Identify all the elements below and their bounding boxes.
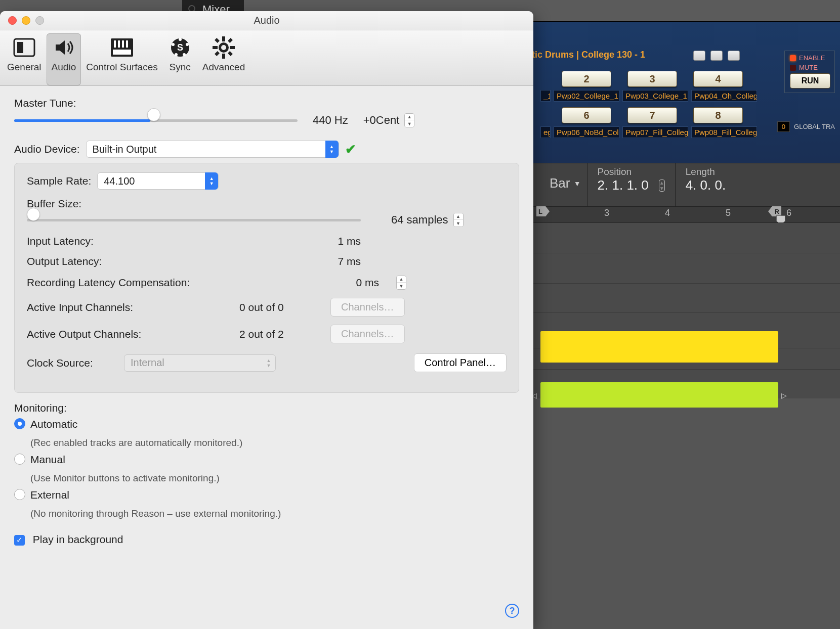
sample-rate-select[interactable]: 44.100 ▲▼	[97, 172, 219, 190]
audio-device-label: Audio Device:	[14, 143, 80, 155]
input-channels-button: Channels…	[330, 298, 405, 317]
run-button[interactable]: RUN	[790, 73, 830, 88]
timeline-ruler[interactable]: 3 4 5 6	[529, 206, 840, 222]
master-tune-label: Master Tune:	[14, 97, 513, 109]
radio-automatic-label[interactable]: Automatic	[30, 418, 77, 430]
buffer-size-value: 64 samples	[391, 213, 448, 227]
radio-automatic[interactable]	[14, 418, 25, 429]
pad-label: Pwp06_NoBd_Coll	[554, 126, 619, 138]
browse-patch-icon[interactable]	[710, 51, 723, 61]
transport-header: Bar ▼ Position 2. 1. 1. 0▲▼ Length 4. 0.…	[529, 163, 840, 206]
rec-latency-stepper[interactable]: ▲▼	[396, 276, 406, 290]
track-row[interactable]	[529, 253, 840, 283]
pad-6[interactable]: 6	[562, 107, 611, 123]
checkmark-icon: ✔	[345, 142, 356, 157]
length-readout[interactable]: Length 4. 0. 0.	[676, 163, 736, 206]
svg-rect-6	[126, 40, 128, 48]
svg-rect-18	[213, 46, 218, 49]
radio-manual-label[interactable]: Manual	[30, 454, 65, 466]
clip-handle-right-icon[interactable]: ▷	[781, 391, 789, 399]
svg-rect-3	[114, 40, 116, 48]
preferences-window: Audio General Audio Control Surfaces S S…	[0, 11, 533, 629]
global-transpose-value[interactable]: 0	[777, 121, 790, 132]
pad-8[interactable]: 8	[693, 107, 743, 123]
master-tune-hz: 440 Hz	[313, 114, 348, 127]
pad-4[interactable]: 4	[693, 71, 743, 87]
tab-advanced[interactable]: Advanced	[197, 33, 250, 85]
prev-patch-icon[interactable]	[693, 51, 705, 61]
position-readout[interactable]: Position 2. 1. 1. 0▲▼	[587, 163, 675, 206]
save-patch-icon[interactable]	[728, 51, 740, 61]
monitoring-label: Monitoring:	[14, 402, 513, 414]
chevron-updown-icon: ▲▼	[325, 141, 339, 158]
svg-rect-22	[228, 38, 233, 43]
toggle-icon	[12, 35, 36, 60]
window-title: Audio	[0, 15, 533, 26]
enable-led-icon[interactable]	[790, 55, 796, 61]
output-latency-label: Output Latency:	[27, 255, 239, 267]
fader-bank-icon	[110, 35, 134, 60]
radio-external[interactable]	[14, 489, 25, 500]
enable-label: ENABLE	[799, 54, 825, 62]
help-button[interactable]: ?	[505, 604, 519, 618]
svg-rect-1	[17, 42, 23, 53]
pad-7[interactable]: 7	[627, 107, 677, 123]
buffer-size-stepper[interactable]: ▲▼	[453, 213, 464, 227]
svg-point-11	[186, 43, 189, 46]
output-channels-button: Channels…	[330, 325, 405, 343]
pad-label: Pwp02_College_1	[554, 90, 619, 102]
tab-control-surfaces[interactable]: Control Surfaces	[81, 33, 163, 85]
play-in-background-checkbox[interactable]: ✓	[14, 535, 25, 546]
titlebar[interactable]: Audio	[0, 11, 533, 30]
arrangement-area[interactable]: ◁ ▷	[529, 222, 840, 629]
active-output-value: 2 out of 2	[239, 328, 330, 340]
svg-point-14	[183, 53, 186, 56]
pad-label-cut: eg	[540, 126, 551, 138]
gear-icon	[212, 35, 236, 60]
master-tune-slider[interactable]	[14, 114, 298, 127]
radio-external-hint: (No monitoring through Reason – use exte…	[30, 508, 519, 519]
svg-point-13	[175, 53, 178, 56]
radio-automatic-hint: (Rec enabled tracks are automatically mo…	[30, 437, 519, 448]
mute-led-icon[interactable]	[790, 65, 796, 71]
svg-rect-17	[222, 54, 225, 59]
track-row[interactable]	[529, 222, 840, 253]
rec-latency-value: 0 ms	[239, 277, 391, 289]
control-panel-button[interactable]: Control Panel…	[414, 353, 507, 372]
tab-general[interactable]: General	[2, 33, 47, 85]
radio-external-label[interactable]: External	[30, 489, 69, 501]
play-in-background-label[interactable]: Play in background	[33, 533, 123, 545]
master-tune-stepper[interactable]: ▲▼	[404, 113, 414, 127]
radio-manual[interactable]	[14, 454, 25, 465]
master-tune-cents: +0Cent	[363, 114, 400, 127]
svg-point-24	[221, 45, 226, 50]
speaker-icon	[52, 35, 76, 60]
pad-2[interactable]: 2	[562, 71, 611, 87]
audio-device-select[interactable]: Built-in Output ▲▼	[86, 141, 339, 158]
tab-audio[interactable]: Audio	[47, 33, 81, 85]
clip-yellow[interactable]	[540, 331, 778, 363]
output-latency-value: 7 ms	[239, 255, 391, 267]
active-input-label: Active Input Channels:	[27, 301, 239, 313]
track-row[interactable]	[529, 283, 840, 312]
pad-label-cut: _1	[540, 90, 551, 102]
buffer-size-slider[interactable]	[27, 213, 361, 227]
sync-icon: S	[168, 35, 192, 60]
tab-sync[interactable]: S Sync	[163, 33, 197, 85]
active-input-value: 0 out of 0	[239, 301, 330, 313]
prefs-tabs: General Audio Control Surfaces S Sync Ad…	[0, 30, 533, 86]
chevron-updown-icon: ▲▼	[205, 172, 218, 190]
svg-point-12	[172, 43, 175, 46]
svg-rect-5	[122, 40, 124, 48]
bar-dropdown[interactable]: Bar ▼	[529, 163, 587, 206]
clip-green[interactable]	[540, 382, 778, 408]
pad-3[interactable]: 3	[627, 71, 677, 87]
mute-label: MUTE	[799, 64, 818, 71]
pad-label: Pwp08_Fill_Colleg	[691, 126, 757, 138]
pad-label: Pwp03_College_1	[622, 90, 688, 102]
buffer-size-label: Buffer Size:	[27, 198, 500, 210]
input-latency-value: 1 ms	[239, 235, 391, 247]
device-panel: Sample Rate: 44.100 ▲▼ Buffer Size: 64 s…	[14, 163, 519, 393]
svg-rect-4	[118, 40, 120, 48]
chevron-updown-icon: ▲▼	[262, 358, 275, 368]
